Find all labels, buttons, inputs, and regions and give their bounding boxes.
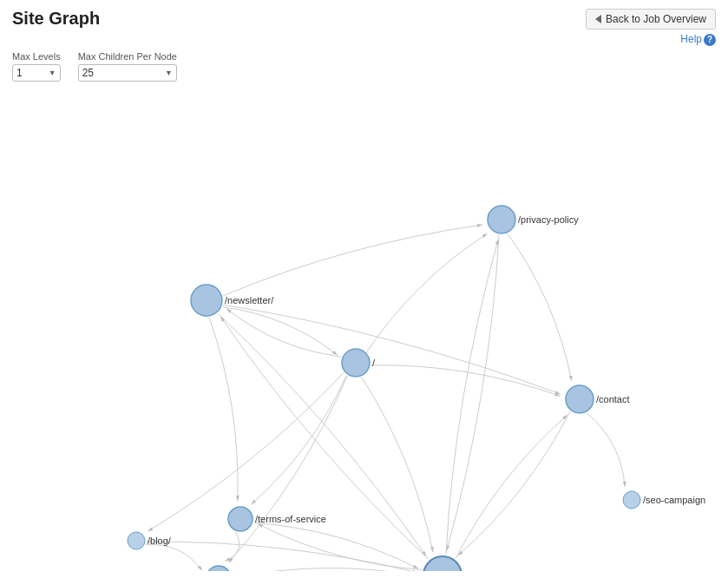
node-circle	[207, 566, 231, 571]
help-link[interactable]: Help?	[680, 33, 716, 46]
graph-edge	[233, 568, 417, 570]
node-label: /terms-of-service	[255, 514, 326, 524]
graph-svg: /privacy-policy/newsletter///contact/seo…	[0, 85, 728, 571]
graph-node[interactable]: /contact	[566, 385, 630, 413]
graph-edge	[362, 377, 433, 551]
node-label: /about-backlinko	[464, 570, 534, 571]
page-header: Site Graph Back to Job Overview Help?	[0, 0, 728, 51]
node-circle	[128, 532, 145, 549]
node-label: /privacy-policy	[518, 214, 579, 225]
graph-node[interactable]: /terms-of-service	[228, 507, 326, 531]
graph-edge	[447, 234, 499, 550]
graph-edge	[258, 523, 423, 569]
max-children-arrow: ▼	[165, 69, 173, 77]
graph-edge	[371, 365, 561, 396]
graph-node[interactable]: /about-backlinko	[423, 556, 534, 571]
controls-bar: Max Levels 1 ▼ Max Children Per Node 25 …	[0, 51, 728, 85]
node-circle	[623, 491, 640, 509]
graph-node[interactable]: /blog/	[128, 532, 172, 549]
max-children-group: Max Children Per Node 25 ▼	[78, 51, 177, 82]
node-label: /contact	[596, 394, 630, 404]
graph-edge	[147, 542, 417, 571]
back-to-job-button[interactable]: Back to Job Overview	[586, 9, 716, 30]
graph-edge	[253, 522, 418, 568]
node-circle	[342, 349, 370, 377]
graph-edge	[209, 317, 238, 500]
header-right: Back to Job Overview Help?	[586, 9, 716, 46]
graph-edge	[222, 306, 337, 354]
node-circle	[228, 507, 253, 531]
graph-container: /privacy-policy/newsletter///contact/seo…	[0, 85, 728, 571]
node-label: /newsletter/	[225, 295, 274, 305]
graph-edge	[251, 375, 346, 504]
graph-edge	[225, 532, 239, 561]
max-levels-arrow: ▼	[49, 69, 56, 77]
max-children-value: 25	[82, 67, 161, 79]
graph-node[interactable]: /	[342, 349, 376, 377]
node-label: /blog/	[148, 535, 172, 546]
node-label: /seo-campaign	[643, 495, 705, 505]
max-levels-select[interactable]: 1 ▼	[12, 64, 61, 82]
graph-node[interactable]: /viral-content	[207, 566, 288, 571]
graph-edge	[446, 239, 498, 555]
max-levels-value: 1	[16, 67, 45, 79]
page-title: Site Graph	[12, 9, 100, 29]
graph-edge	[367, 233, 488, 351]
max-children-label: Max Children Per Node	[78, 51, 177, 62]
node-circle	[488, 206, 515, 233]
back-icon	[595, 15, 601, 23]
max-levels-label: Max Levels	[12, 51, 61, 62]
max-children-select[interactable]: 25 ▼	[78, 64, 177, 82]
graph-edge	[508, 233, 572, 380]
node-circle	[191, 285, 222, 316]
graph-edge	[223, 225, 482, 296]
max-levels-group: Max Levels 1 ▼	[12, 51, 61, 82]
node-label: /	[372, 358, 376, 368]
node-circle	[566, 385, 594, 413]
graph-edge	[587, 412, 625, 486]
graph-node[interactable]: /seo-campaign	[623, 491, 705, 509]
help-icon: ?	[704, 34, 716, 46]
graph-edge	[146, 544, 202, 570]
graph-node[interactable]: /privacy-policy	[488, 206, 579, 233]
graph-edge	[456, 415, 567, 559]
